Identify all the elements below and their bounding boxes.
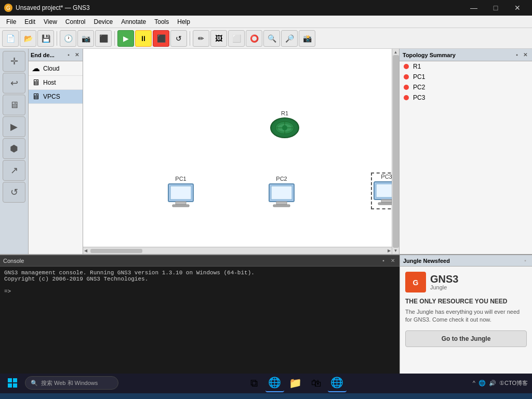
sidebar-undo[interactable]: ↺	[3, 182, 25, 203]
menu-help[interactable]: Help	[173, 17, 194, 26]
svg-rect-7	[176, 202, 186, 205]
toolbar-open[interactable]: 📂	[20, 30, 36, 47]
svg-point-4	[282, 125, 287, 130]
toolbar-save[interactable]: 💾	[37, 30, 54, 47]
tray-network[interactable]: 🌐	[478, 380, 486, 387]
sidebar-link[interactable]: ↗	[3, 160, 25, 181]
menu-device[interactable]: Device	[90, 17, 117, 26]
device-panel-close[interactable]: ✕	[73, 51, 81, 59]
console-close[interactable]: ✕	[389, 257, 396, 264]
taskbar-right: ^ 🌐 🔊 ①CTO博客	[473, 379, 528, 387]
menu-tools[interactable]: Tools	[150, 17, 173, 26]
toolbar-start[interactable]: ▶	[117, 30, 134, 47]
minimize-button[interactable]: —	[463, 0, 484, 16]
node-r1-label: R1	[270, 110, 299, 116]
menu-annotate[interactable]: Annotate	[117, 17, 150, 26]
toolbar-stop[interactable]: ⬛	[153, 30, 169, 47]
console-line1: GNS3 management console. Running GNS3 ve…	[4, 270, 395, 276]
topology-close[interactable]: ✕	[522, 51, 529, 59]
topology-header-buttons: ▪ ✕	[513, 51, 529, 59]
console-restore[interactable]: ▪	[380, 257, 387, 264]
device-panel-restore[interactable]: ▪	[65, 51, 72, 59]
gns3-logo-icon: G	[405, 272, 426, 292]
toolbar-new[interactable]: 📄	[2, 30, 19, 47]
windows-button[interactable]	[4, 375, 21, 391]
device-host-label: Host	[43, 79, 56, 86]
device-panel-header: End de... ▪ ✕	[29, 49, 83, 61]
sidebar-move[interactable]: ↩	[3, 73, 25, 94]
node-pc2[interactable]: PC2	[267, 176, 296, 210]
toolbar-reload[interactable]: ↺	[170, 30, 187, 47]
taskbar-edge[interactable]: 🌐	[265, 374, 284, 392]
taskbar-task-view[interactable]: ⧉	[245, 374, 263, 392]
console-line2: Copyright (c) 2006-2019 GNS3 Technologie…	[4, 276, 395, 282]
close-button[interactable]: ✕	[507, 0, 528, 16]
topo-label-pc1: PC1	[413, 73, 425, 81]
device-panel: End de... ▪ ✕ ☁ Cloud 🖥 Host 🖥 VPCS	[29, 49, 83, 254]
canvas-horizontal-scrollbar[interactable]: ◀ ▶	[83, 247, 392, 254]
taskbar-browser2[interactable]: 🌐	[328, 374, 347, 392]
scroll-down-arrow[interactable]: ▼	[394, 248, 398, 253]
sidebar-navigate[interactable]: ✛	[3, 51, 25, 72]
search-placeholder: 搜索 Web 和 Windows	[41, 379, 98, 387]
canvas-area[interactable]: R1 PC1	[83, 49, 400, 254]
toolbar-console[interactable]: ⬛	[95, 30, 112, 47]
titlebar-title: Unsaved project* — GNS3	[16, 4, 90, 11]
toolbar-add-rect[interactable]: ⬜	[228, 30, 245, 47]
toolbar-screenshot[interactable]: 📷	[77, 30, 94, 47]
toolbar-suspend[interactable]: ⏸	[135, 30, 152, 47]
taskbar-explorer[interactable]: 📁	[286, 374, 305, 392]
toolbar-add-note[interactable]: ✏	[193, 30, 209, 47]
toolbar-sep3	[190, 31, 190, 46]
device-host[interactable]: 🖥 Host	[29, 76, 83, 90]
taskbar-store[interactable]: 🛍	[307, 374, 326, 392]
scroll-thumb-horizontal[interactable]	[90, 249, 142, 253]
topology-item-pc1[interactable]: PC1	[400, 72, 532, 82]
topology-item-pc3[interactable]: PC3	[400, 92, 532, 103]
toolbar-add-ellipse[interactable]: ⭕	[246, 30, 262, 47]
device-vpcs[interactable]: 🖥 VPCS	[29, 90, 83, 104]
scroll-up-arrow[interactable]: ▲	[394, 50, 398, 55]
sidebar-network[interactable]: ⬢	[3, 138, 25, 159]
sidebar-device[interactable]: 🖥	[3, 95, 25, 115]
node-pc1[interactable]: PC1	[166, 176, 195, 210]
taskbar: 🔍 搜索 Web 和 Windows ⧉ 🌐 📁 🛍 🌐 ^ 🌐 🔊 ①CTO博…	[0, 373, 532, 393]
search-bar[interactable]: 🔍 搜索 Web 和 Windows	[25, 376, 118, 390]
topology-item-pc2[interactable]: PC2	[400, 82, 532, 92]
newsfeed-description: The Jungle has everything you will ever …	[405, 308, 527, 324]
topology-restore[interactable]: ▪	[513, 51, 521, 59]
console-content[interactable]: GNS3 management console. Running GNS3 ve…	[0, 267, 400, 374]
scroll-left-arrow[interactable]: ◀	[83, 248, 88, 253]
console-title: Console	[3, 258, 24, 264]
scroll-right-arrow[interactable]: ▶	[387, 248, 392, 253]
newsfeed-restore[interactable]: ▪	[522, 257, 529, 264]
device-cloud[interactable]: ☁ Cloud	[29, 61, 83, 76]
menu-view[interactable]: View	[39, 17, 61, 26]
menu-file[interactable]: File	[2, 17, 20, 26]
tray-chevron[interactable]: ^	[473, 380, 475, 386]
menubar: File Edit View Control Device Annotate T…	[0, 16, 532, 28]
topology-title: Topology Summary	[403, 52, 456, 58]
toolbar-zoom-in[interactable]: 🔍	[263, 30, 280, 47]
main-layout: ✛ ↩ 🖥 ▶ ⬢ ↗ ↺ End de... ▪ ✕ ☁ Cloud 🖥	[0, 49, 532, 373]
scroll-thumb-vertical[interactable]	[393, 55, 399, 248]
console-prompt: =>	[4, 288, 395, 295]
menu-control[interactable]: Control	[61, 17, 90, 26]
host-icon: 🖥	[32, 78, 40, 87]
tray-volume[interactable]: 🔊	[489, 380, 496, 387]
router-icon	[270, 117, 299, 138]
node-r1[interactable]: R1	[270, 110, 299, 138]
menu-edit[interactable]: Edit	[20, 17, 39, 26]
toolbar-snapshots[interactable]: 🕐	[60, 30, 76, 47]
go-to-jungle-button[interactable]: Go to the Jungle	[405, 330, 527, 347]
toolbar-zoom-out[interactable]: 🔎	[281, 30, 298, 47]
maximize-button[interactable]: □	[485, 0, 506, 16]
toolbar-add-image[interactable]: 🖼	[210, 30, 227, 47]
node-pc1-label: PC1	[166, 176, 195, 182]
vpcs-icon: 🖥	[32, 92, 40, 101]
sidebar-play[interactable]: ▶	[3, 116, 25, 137]
topology-item-r1[interactable]: R1	[400, 61, 532, 72]
canvas-vertical-scrollbar[interactable]: ▲ ▼	[392, 49, 399, 254]
toolbar-capture[interactable]: 📸	[299, 30, 315, 47]
top-section: ✛ ↩ 🖥 ▶ ⬢ ↗ ↺ End de... ▪ ✕ ☁ Cloud 🖥	[0, 49, 532, 254]
